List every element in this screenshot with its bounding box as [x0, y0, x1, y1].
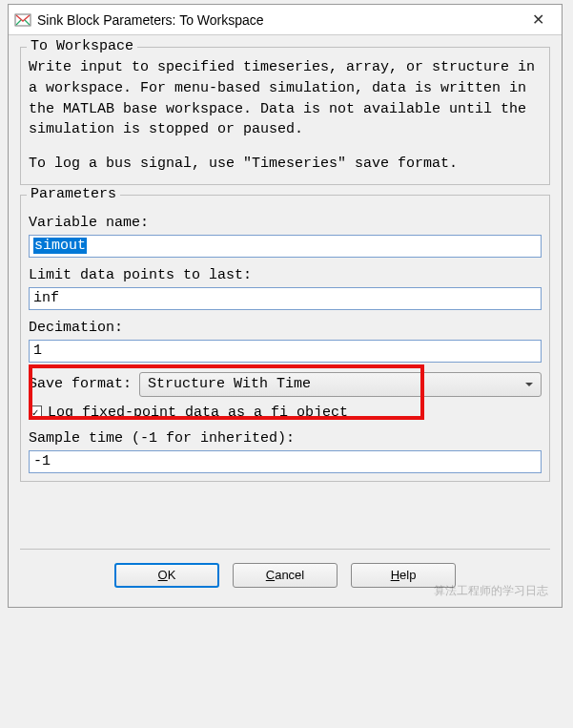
window-title: Sink Block Parameters: To Workspace — [37, 12, 518, 28]
decimation-input[interactable] — [29, 340, 542, 363]
parameters-group-label: Parameters — [27, 186, 120, 202]
save-format-label: Save format: — [29, 376, 132, 392]
save-format-value: Structure With Time — [148, 376, 311, 392]
sample-time-input[interactable] — [29, 450, 542, 473]
limit-input[interactable] — [29, 287, 542, 310]
description-text-1: Write input to specified timeseries, arr… — [29, 57, 542, 140]
decimation-label: Decimation: — [29, 320, 542, 336]
parameters-group: Parameters Variable name: simout Limit d… — [20, 195, 550, 482]
dialog-window: Sink Block Parameters: To Workspace ✕ To… — [8, 4, 563, 608]
sample-time-label: Sample time (-1 for inherited): — [29, 430, 542, 447]
close-button[interactable]: ✕ — [518, 6, 558, 34]
ok-button[interactable]: OK — [114, 563, 219, 588]
variable-name-value: simout — [33, 238, 87, 254]
log-fi-row[interactable]: ✓ Log fixed-point data as a fi object — [29, 405, 542, 421]
log-fi-checkbox[interactable]: ✓ — [29, 406, 42, 419]
app-icon — [14, 11, 31, 29]
cancel-button[interactable]: Cancel — [233, 563, 338, 588]
description-text-2: To log a bus signal, use "Timeseries" sa… — [29, 154, 542, 175]
description-group: To Workspace Write input to specified ti… — [20, 47, 550, 185]
description-group-label: To Workspace — [27, 38, 137, 54]
save-format-dropdown[interactable]: Structure With Time — [139, 372, 542, 397]
button-bar: OK Cancel Help — [20, 549, 550, 597]
help-button[interactable]: Help — [351, 563, 456, 588]
save-format-row: Save format: Structure With Time — [29, 372, 542, 397]
variable-name-input[interactable]: simout — [29, 235, 542, 258]
dialog-content: To Workspace Write input to specified ti… — [9, 35, 562, 607]
variable-name-label: Variable name: — [29, 215, 542, 231]
titlebar: Sink Block Parameters: To Workspace ✕ — [9, 5, 562, 35]
limit-label: Limit data points to last: — [29, 267, 542, 283]
log-fi-label: Log fixed-point data as a fi object — [48, 405, 348, 421]
